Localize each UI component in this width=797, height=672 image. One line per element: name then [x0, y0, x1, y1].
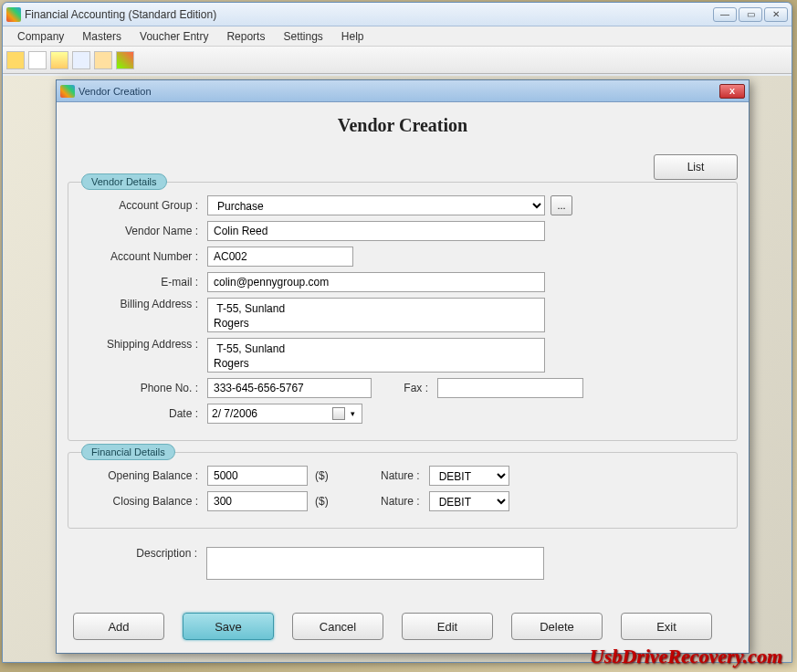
- menu-settings[interactable]: Settings: [274, 28, 331, 45]
- date-value: 2/ 7/2006: [212, 407, 257, 420]
- window-title: Financial Accounting (Standard Edition): [25, 8, 713, 21]
- toolbar-icon-2[interactable]: [28, 51, 47, 69]
- menu-help[interactable]: Help: [332, 28, 373, 45]
- edit-button[interactable]: Edit: [402, 613, 493, 640]
- menu-masters[interactable]: Masters: [73, 28, 131, 45]
- menu-voucher-entry[interactable]: Voucher Entry: [131, 28, 217, 45]
- add-button[interactable]: Add: [73, 613, 164, 640]
- main-window: Financial Accounting (Standard Edition) …: [2, 2, 792, 663]
- form-heading: Vendor Creation: [68, 110, 738, 154]
- toolbar-icon-6[interactable]: [116, 51, 134, 69]
- label-nature-2: Nature :: [369, 495, 424, 508]
- cancel-button[interactable]: Cancel: [292, 613, 383, 640]
- fax-input[interactable]: [437, 378, 583, 398]
- vendor-details-fieldset: Vendor Details Account Group : Purchase …: [68, 182, 738, 441]
- list-button[interactable]: List: [654, 154, 738, 180]
- label-date: Date :: [85, 407, 202, 420]
- calendar-icon: [332, 407, 345, 420]
- toolbar-icon-1[interactable]: [6, 51, 25, 69]
- phone-input[interactable]: [207, 378, 372, 398]
- save-button[interactable]: Save: [183, 613, 274, 640]
- dialog-title-text: Vendor Creation: [79, 86, 719, 97]
- dialog-close-button[interactable]: X: [719, 84, 745, 99]
- exit-button[interactable]: Exit: [621, 613, 712, 640]
- label-nature-1: Nature :: [369, 469, 424, 482]
- minimize-button[interactable]: —: [713, 7, 737, 22]
- account-group-browse-button[interactable]: ...: [551, 195, 572, 215]
- currency-label-1: ($): [313, 469, 330, 482]
- financial-details-legend: Financial Details: [81, 444, 175, 460]
- date-picker[interactable]: 2/ 7/2006 ▾: [207, 404, 362, 424]
- app-icon: [6, 7, 21, 22]
- dialog-titlebar: Vendor Creation X: [57, 80, 749, 102]
- label-opening-balance: Opening Balance :: [85, 469, 202, 482]
- nature-select-2[interactable]: DEBIT: [429, 491, 509, 511]
- watermark: UsbDriveRecovery.com: [590, 645, 782, 668]
- account-group-select[interactable]: Purchase: [207, 195, 545, 215]
- billing-address-input[interactable]: [207, 298, 545, 332]
- toolbar-icon-3[interactable]: [50, 51, 68, 69]
- vendor-name-input[interactable]: [207, 221, 545, 241]
- currency-label-2: ($): [313, 495, 330, 508]
- label-shipping-address: Shipping Address :: [85, 338, 202, 351]
- close-button[interactable]: ✕: [764, 7, 788, 22]
- chevron-down-icon: ▾: [347, 409, 358, 418]
- description-row: Description :: [68, 540, 738, 589]
- label-email: E-mail :: [85, 276, 202, 289]
- toolbar: [3, 47, 792, 74]
- label-vendor-name: Vendor Name :: [85, 225, 202, 237]
- label-account-group: Account Group :: [85, 199, 202, 212]
- shipping-address-input[interactable]: [207, 338, 545, 373]
- content-area: Vendor Creation X Vendor Creation List V…: [3, 76, 792, 662]
- delete-button[interactable]: Delete: [511, 613, 603, 640]
- dialog-body: Vendor Creation List Vendor Details Acco…: [57, 102, 749, 600]
- label-billing-address: Billing Address :: [85, 298, 202, 310]
- window-controls: — ▭ ✕: [713, 7, 788, 22]
- closing-balance-input[interactable]: [207, 491, 308, 511]
- toolbar-icon-5[interactable]: [94, 51, 112, 69]
- label-closing-balance: Closing Balance :: [85, 495, 202, 508]
- email-input[interactable]: [207, 272, 545, 292]
- description-input[interactable]: [206, 547, 544, 580]
- account-number-input[interactable]: [207, 247, 353, 267]
- toolbar-icon-4[interactable]: [72, 51, 90, 69]
- label-account-number: Account Number :: [85, 250, 202, 263]
- dialog-icon: [60, 85, 75, 98]
- menu-company[interactable]: Company: [8, 28, 73, 45]
- financial-details-fieldset: Financial Details Opening Balance : ($) …: [68, 452, 738, 529]
- vendor-creation-dialog: Vendor Creation X Vendor Creation List V…: [56, 79, 750, 654]
- menu-reports[interactable]: Reports: [217, 28, 274, 45]
- nature-select-1[interactable]: DEBIT: [429, 466, 509, 486]
- maximize-button[interactable]: ▭: [739, 7, 762, 22]
- label-phone: Phone No. :: [85, 382, 202, 394]
- label-description: Description :: [84, 547, 201, 560]
- titlebar: Financial Accounting (Standard Edition) …: [3, 3, 792, 26]
- opening-balance-input[interactable]: [207, 466, 308, 486]
- menubar: Company Masters Voucher Entry Reports Se…: [3, 26, 792, 47]
- label-fax: Fax :: [377, 382, 432, 394]
